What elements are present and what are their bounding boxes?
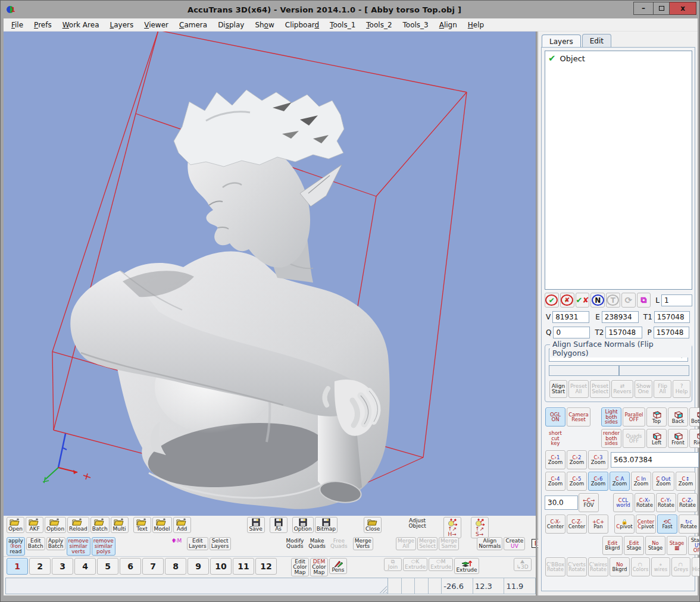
zoom-4-button[interactable]: C›4Zoom xyxy=(545,472,565,491)
option-open-button[interactable]: Option xyxy=(45,517,66,533)
help-button[interactable]: ?Help xyxy=(673,380,690,398)
view-7-button[interactable]: 7 xyxy=(142,558,164,575)
preset-select-button[interactable]: PresetSelect xyxy=(590,380,610,398)
view-12-button[interactable]: 12 xyxy=(255,558,277,575)
open-button[interactable]: Open xyxy=(7,517,24,533)
layer-item-object[interactable]: ✔ Object xyxy=(548,53,689,64)
wires-button[interactable]: ⌖wires xyxy=(651,557,670,576)
extrude-button[interactable]: Extrude xyxy=(454,558,479,574)
menu-align[interactable]: Align xyxy=(434,20,462,30)
save-option-button[interactable]: Option xyxy=(292,517,314,533)
edges-field[interactable] xyxy=(602,311,639,323)
menu-display[interactable]: Display xyxy=(212,20,249,30)
zoom-6-button[interactable]: C›6Zoom xyxy=(588,472,608,491)
select-layers-button[interactable]: SelectLayers xyxy=(210,537,231,550)
view-11-button[interactable]: 11 xyxy=(233,558,254,575)
multi-button[interactable]: Multi xyxy=(111,517,129,533)
ccl-world-button[interactable]: CCLworld xyxy=(613,493,633,512)
fov-button[interactable]: ←C→FOV xyxy=(579,493,599,512)
view-right-button[interactable]: Right xyxy=(689,429,700,448)
rotate-y-button[interactable]: C‹Y›Rotate xyxy=(656,493,676,512)
stage-uv-off-button[interactable]: StageUVOFF xyxy=(688,536,700,555)
light-both-sides-button[interactable]: Lightbothsides xyxy=(601,407,621,427)
view-3-button[interactable]: 3 xyxy=(52,558,73,575)
close-window-button[interactable]: x xyxy=(670,2,696,15)
model-button[interactable]: Model xyxy=(152,517,172,533)
tab-edit[interactable]: Edit xyxy=(582,34,611,47)
view-top-button[interactable]: Top xyxy=(646,407,667,427)
create-uv-button[interactable]: CreateUV xyxy=(504,537,525,550)
view-6-button[interactable]: 6 xyxy=(120,558,141,575)
quads-off-button[interactable]: QuadsOFF xyxy=(623,429,645,448)
ogl-on-button[interactable]: OGLON xyxy=(545,407,565,427)
view-1-button[interactable]: 1 xyxy=(7,558,28,575)
pens-button[interactable]: Pens xyxy=(329,558,347,574)
tab-layers[interactable]: Layers xyxy=(542,35,581,48)
zoom-5-button[interactable]: C›5Zoom xyxy=(567,472,587,491)
zoom-all-button[interactable]: C AZoom xyxy=(610,472,630,491)
parallel-off-button[interactable]: ParallelOFF xyxy=(623,407,645,427)
view-back-button[interactable]: Back xyxy=(668,407,688,427)
menu-viewer[interactable]: Viewer xyxy=(139,20,174,30)
menu-prefs[interactable]: Prefs xyxy=(29,20,57,30)
hidden-button[interactable]: ⌗Hidden xyxy=(692,557,700,576)
center-z-button[interactable]: C-Z-Center xyxy=(567,515,587,534)
minimize-button[interactable]: – xyxy=(633,2,653,15)
edit-stage-button[interactable]: EditStage xyxy=(624,536,644,555)
align-normals-button[interactable]: AlignNormals xyxy=(477,537,502,550)
merge-verts-button[interactable]: MergeVerts xyxy=(353,537,373,550)
pan-button[interactable]: +C+Pan xyxy=(588,515,608,534)
zoom-1-button[interactable]: C›1Zoom xyxy=(545,450,565,469)
menu-tools-3[interactable]: Tools_3 xyxy=(398,20,434,30)
hierarchy-button[interactable]: ⧉ xyxy=(637,293,651,308)
akf-button[interactable]: AKF xyxy=(26,517,43,533)
rotate-x-button[interactable]: C‹X›Rotate xyxy=(635,493,655,512)
text-button[interactable]: Text xyxy=(133,517,151,533)
resize-grip[interactable] xyxy=(380,586,387,593)
t1-field[interactable] xyxy=(654,311,690,323)
menu-camera[interactable]: Camera xyxy=(174,20,212,30)
quads-field[interactable] xyxy=(553,327,590,338)
apply-on-read-button[interactable]: apply③onread xyxy=(7,537,25,556)
maximize-button[interactable] xyxy=(653,2,670,15)
to-3d-button[interactable]: ⛰↳3D xyxy=(514,558,532,571)
view-5-button[interactable]: 5 xyxy=(97,558,118,575)
vertices-field[interactable] xyxy=(552,311,589,323)
center-cpivot-button[interactable]: CenterCpivot xyxy=(636,515,656,534)
fov-value-field[interactable] xyxy=(545,496,578,510)
stage-grid-button[interactable]: Stage▦ xyxy=(667,536,687,555)
verts-rotate-button[interactable]: C'vertsRotate xyxy=(567,557,587,576)
save-button[interactable]: Save xyxy=(247,517,265,533)
t2-field[interactable] xyxy=(605,327,642,338)
layer-visible-check-icon[interactable]: ✔ xyxy=(548,53,556,64)
edit-color-map-button[interactable]: EditColorMap xyxy=(291,558,309,576)
batch-button[interactable]: Batch xyxy=(90,517,110,533)
reverse-button[interactable]: ⇄Revers xyxy=(611,380,633,398)
h-move-button[interactable]: ↑↗H→ xyxy=(443,517,461,538)
view-4-button[interactable]: 4 xyxy=(74,558,96,575)
merge-all-button[interactable]: MergeAll xyxy=(396,537,416,550)
add-button[interactable]: Add xyxy=(173,517,191,533)
uncheck-all-button[interactable]: ✔✘ xyxy=(560,293,574,308)
show-normals-button[interactable]: N xyxy=(590,293,605,308)
fast-rotate-button[interactable]: ⟲CFast xyxy=(657,515,677,534)
show-one-button[interactable]: ShowOne xyxy=(635,380,652,398)
view-bottom-button[interactable]: Bottom xyxy=(689,407,700,427)
bbox-rotate-button[interactable]: C'BBoxRotate xyxy=(545,557,565,576)
flip-all-button[interactable]: FlipAll xyxy=(654,380,671,398)
reload-button[interactable]: Reload xyxy=(67,517,89,533)
no-stage-button[interactable]: NoStage xyxy=(645,536,665,555)
layer-list[interactable]: ✔ Object xyxy=(545,51,692,290)
zoom-value-field[interactable] xyxy=(611,452,699,468)
view-left-button[interactable]: Left xyxy=(646,429,667,448)
view-10-button[interactable]: 10 xyxy=(210,558,232,575)
edit-layers-button[interactable]: EditLayers xyxy=(187,537,208,550)
menu-tools-1[interactable]: Tools_1 xyxy=(324,20,361,30)
apply-batch-button[interactable]: ApplyBatch xyxy=(46,537,65,550)
save-as-button[interactable]: As xyxy=(270,517,288,533)
normals-field-2[interactable] xyxy=(619,365,689,376)
extrude-m-button[interactable]: ⬭MExtrude xyxy=(429,558,453,571)
view-2-button[interactable]: 2 xyxy=(29,558,51,575)
extrude-k-button[interactable]: ⬭KExtrude xyxy=(403,558,427,571)
menu-work-area[interactable]: Work Area xyxy=(57,20,105,30)
